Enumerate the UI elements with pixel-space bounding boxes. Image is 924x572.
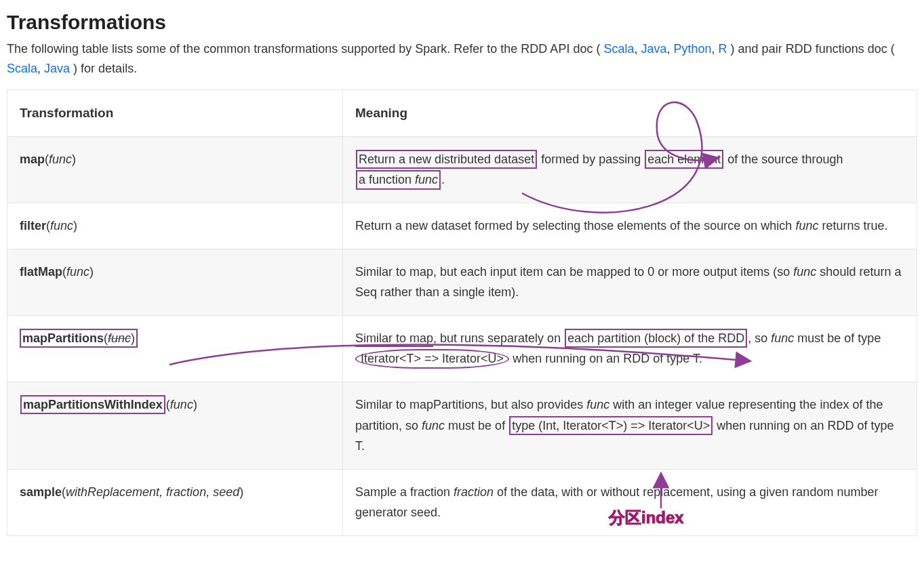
fn-params: func — [49, 152, 72, 166]
fn-name: sample — [20, 485, 62, 499]
table-row: sample(withReplacement, fraction, seed) … — [7, 469, 917, 535]
cell-transformation: mapPartitions(func) — [7, 315, 343, 382]
underline: Similar to map — [355, 331, 433, 347]
highlight-box: a function func — [356, 170, 441, 189]
th-meaning: Meaning — [343, 89, 917, 136]
link-scala-pair[interactable]: Scala — [7, 62, 37, 75]
fn-params: func — [170, 398, 193, 411]
cell-meaning: Return a new dataset formed by selecting… — [343, 203, 917, 249]
link-java-pair[interactable]: Java — [44, 62, 70, 75]
highlight-box: mapPartitions(func) — [20, 329, 138, 348]
section-heading: Transformations — [7, 11, 917, 34]
fn-params: func — [108, 331, 131, 345]
transformations-table: Transformation Meaning map(func) Return … — [7, 89, 917, 536]
link-java-api[interactable]: Java — [641, 42, 666, 56]
fn-name: filter — [20, 219, 46, 232]
intro-text: ) for details. — [73, 62, 137, 75]
cell-transformation: sample(withReplacement, fraction, seed) — [7, 469, 343, 535]
th-transformation: Transformation — [7, 89, 343, 136]
highlight-box: type (Int, Iterator<T>) => Iterator<U> — [509, 416, 712, 435]
link-python-api[interactable]: Python — [674, 42, 712, 56]
link-scala-api[interactable]: Scala — [603, 42, 634, 56]
highlight-oval: Iterator<T> => Iterator<U> — [355, 349, 509, 368]
fn-params: func — [66, 265, 89, 279]
fn-name: flatMap — [20, 265, 62, 279]
highlight-box: Return a new distributed dataset — [356, 150, 537, 169]
fn-params: func — [50, 219, 73, 232]
table-row: mapPartitions(func) Similar to map, but … — [7, 315, 917, 382]
page: Transformations The following table list… — [0, 0, 924, 543]
intro-paragraph: The following table lists some of the co… — [7, 39, 917, 79]
cell-transformation: mapPartitionsWithIndex(func) — [7, 382, 343, 470]
fn-name: mapPartitionsWithIndex — [23, 398, 163, 411]
cell-transformation: map(func) — [7, 136, 343, 203]
cell-meaning: Return a new distributed dataset formed … — [343, 136, 917, 203]
highlight-box: each partition (block) of the RDD — [565, 329, 747, 348]
highlight-box: each element — [645, 150, 723, 169]
highlight-box: mapPartitionsWithIndex — [20, 395, 165, 414]
fn-params: withReplacement, fraction, seed — [66, 485, 239, 499]
intro-text: ) and pair RDD functions doc ( — [731, 42, 895, 56]
intro-text: The following table lists some of the co… — [7, 42, 600, 56]
table-row: mapPartitionsWithIndex(func) Similar to … — [7, 382, 917, 470]
table-row: flatMap(func) Similar to map, but each i… — [7, 249, 917, 315]
cell-meaning: Similar to map, but each input item can … — [343, 249, 917, 315]
link-r-api[interactable]: R — [719, 42, 727, 56]
cell-meaning: Similar to map, but runs separately on e… — [343, 315, 917, 382]
table-row: filter(func) Return a new dataset formed… — [7, 203, 917, 249]
table-row: map(func) Return a new distributed datas… — [7, 136, 917, 203]
cell-transformation: filter(func) — [7, 203, 343, 249]
fn-name: mapPartitions — [22, 331, 104, 345]
cell-meaning: Similar to mapPartitions, but also provi… — [343, 382, 917, 470]
cell-meaning: Sample a fraction fraction of the data, … — [343, 469, 917, 535]
table-header-row: Transformation Meaning — [7, 89, 917, 136]
fn-name: map — [20, 152, 45, 166]
cell-transformation: flatMap(func) — [7, 249, 343, 315]
